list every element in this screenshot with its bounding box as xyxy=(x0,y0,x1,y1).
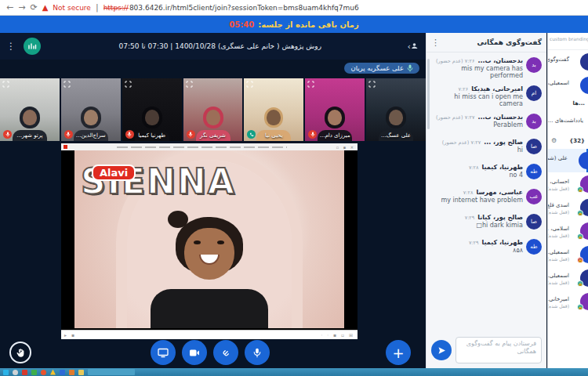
folder-icon[interactable] xyxy=(78,370,84,375)
avatar: صا xyxy=(526,139,542,154)
webcam-tile[interactable]: پرتو شهر... xyxy=(0,78,60,141)
expand-icon[interactable] xyxy=(64,81,71,88)
webcam-tile[interactable]: میرزای دام... xyxy=(305,78,365,141)
chat-message-list[interactable]: بد بدحسنان، ب...۷:۲۶ (عدم حضور) mis my c… xyxy=(426,52,546,332)
actions-plus-button[interactable]: + xyxy=(386,340,411,365)
audio-join-button[interactable] xyxy=(213,340,238,365)
windows-taskbar[interactable] xyxy=(0,368,588,376)
webcam-tile[interactable]: سراج‌الدین... xyxy=(61,78,121,141)
user-item[interactable]: 🔒 امیرخانی... (قفل شده) xyxy=(548,290,588,313)
taskbar-app-icon[interactable] xyxy=(41,370,46,375)
active-speaker-name: علی عسگریه پریان xyxy=(350,64,404,72)
participant-name: علی عسگ... xyxy=(381,132,411,139)
chat-message: صا صالح پور، کیانا۷:۲۹ □hi dark kimia xyxy=(428,214,543,233)
users-section-header: ⚙ {32} xyxy=(548,135,588,149)
media-controls xyxy=(151,340,270,365)
expand-icon[interactable] xyxy=(2,81,9,88)
avatar: بد xyxy=(526,114,542,129)
chat-message: ام امیرخانی، هیدیکا۷:۲۶ hi miss can i op… xyxy=(428,85,543,107)
browser-address-bar: ← → ⟳ ▲ Not secure | https:// 803.6426.i… xyxy=(0,0,588,16)
message-meta: ۷:۲۶ xyxy=(459,86,469,92)
warning-icon: ▲ xyxy=(42,3,49,12)
gear-icon[interactable]: ⚙ xyxy=(551,137,557,144)
nav-item-private-chat[interactable]: اسمعیلی، نیا xyxy=(548,74,588,97)
participant-name: میرزای دام... xyxy=(320,132,350,139)
webcam-tile[interactable]: شریفی نگر xyxy=(183,78,243,141)
message-meta: ۷:۲۹ xyxy=(465,215,475,221)
avatar: ام xyxy=(526,85,542,101)
active-speaker-pill[interactable]: علی عسگریه پریان xyxy=(344,63,419,74)
user-name: احسانی، .. xyxy=(547,179,569,185)
message-text: no 4 xyxy=(428,172,523,179)
taskbar-app-icon[interactable] xyxy=(60,370,65,375)
taskbar-app-icon[interactable] xyxy=(69,370,74,375)
user-item[interactable]: 🔒 اسلامی، .. (قفل شده) xyxy=(548,219,588,243)
user-item-me[interactable]: علی (شما) xyxy=(548,149,588,172)
send-message-button[interactable] xyxy=(431,340,452,360)
participants-toggle-icon[interactable]: ‹ xyxy=(400,42,426,52)
mic-button[interactable] xyxy=(245,340,270,365)
not-secure-label[interactable]: Not secure xyxy=(53,4,91,12)
mic-icon xyxy=(407,64,413,72)
url-text: 803.6426.ir/html5client/join?sessionToke… xyxy=(129,4,359,12)
media-status-right-icons[interactable]: · · ▪ ▫ ⊞ xyxy=(321,332,354,338)
taskbar-app-icon[interactable] xyxy=(31,370,37,375)
reload-icon[interactable]: ⟳ xyxy=(30,0,37,16)
expand-icon[interactable] xyxy=(246,81,253,88)
chat-message-input[interactable]: فرستادن پیام به گفت‌وگوی همگانی xyxy=(456,337,542,363)
expand-icon[interactable] xyxy=(186,81,193,88)
expand-icon[interactable] xyxy=(125,81,132,88)
user-item[interactable]: 🔒 اسدی قلع.. (قفل شده) xyxy=(548,196,588,219)
message-sender: عباسی، مهرسا xyxy=(476,189,523,196)
webcam-button[interactable] xyxy=(182,340,207,365)
video-frame[interactable]: SIENNA Alavi xyxy=(74,150,344,328)
expand-icon[interactable] xyxy=(307,81,314,88)
url-field[interactable]: https:// 803.6426.ir/html5client/join?se… xyxy=(103,4,359,12)
avatar: عب xyxy=(526,189,542,204)
user-status: (قفل شده) xyxy=(547,186,569,191)
message-meta: ۷:۲۹ xyxy=(469,240,479,246)
active-app-taskbar-button[interactable] xyxy=(88,369,135,375)
webcam-tile[interactable]: یحیی نیا xyxy=(244,78,303,141)
window-controls-icons[interactable]: ▫ ▪ ✕ xyxy=(336,145,355,150)
message-sender: بدحسنان، ب... xyxy=(477,57,523,64)
mic-off-icon xyxy=(3,130,12,139)
media-window-titlebar[interactable]: ▫ ▪ ✕ xyxy=(61,143,358,150)
avatar xyxy=(579,152,588,169)
shared-video-window: ▫ ▪ ✕ SIENNA Alavi ▸ ▪ · · ▪ ▫ ⊞ xyxy=(61,143,358,339)
chat-message: بد بدحسنان، ب...۷:۲۷ (عدم حضور) Perablem xyxy=(428,114,543,132)
expand-icon[interactable] xyxy=(368,81,376,88)
forward-icon[interactable]: → xyxy=(18,0,25,16)
chat-message: طه طهرنیا، کیمیا۷:۲۸ no 4 xyxy=(428,164,543,183)
nav-item-public-chat[interactable]: گفت‌وگوی ه.. xyxy=(548,50,588,74)
user-item[interactable]: 🔒 اسمعیلی.. (قفل شده) xyxy=(548,266,588,290)
screenshare-button[interactable] xyxy=(151,340,176,365)
media-status-bar[interactable]: ▸ ▪ · · ▪ ▫ ⊞ xyxy=(61,330,358,339)
branding-area: custom branding lo xyxy=(548,33,588,50)
back-icon[interactable]: ← xyxy=(6,0,13,16)
nav-item-shared-notes[interactable]: یادداشت‌های ... xyxy=(548,111,588,135)
avatar: طه xyxy=(526,239,542,255)
webcam-tile[interactable]: طهرنیا کیمیا xyxy=(122,78,182,141)
messages-section-header: ...ها xyxy=(548,97,588,111)
raise-hand-button[interactable] xyxy=(9,342,31,363)
media-status-left-icons: ▸ ▪ xyxy=(64,332,76,338)
timer-countdown: 05:40 xyxy=(229,20,254,29)
message-text: my internet have problem xyxy=(428,197,523,204)
chat-options-icon[interactable]: ⋮ xyxy=(431,38,440,48)
search-icon[interactable] xyxy=(13,370,18,375)
webcam-tile-active[interactable]: علی عسگ... xyxy=(366,78,426,141)
mic-off-icon xyxy=(125,130,134,139)
nav-item-label: گفت‌وگوی ه.. xyxy=(547,56,569,63)
start-button-icon[interactable] xyxy=(3,370,9,375)
taskbar-app-icon[interactable] xyxy=(22,370,27,375)
app-logo-icon xyxy=(24,38,41,55)
user-item[interactable]: 🔒 اسمعیلی.. (قفل شده) xyxy=(548,243,588,266)
taskbar-app-icon[interactable] xyxy=(50,370,56,375)
meeting-area: ⋮ روش پژوهش ( خانم علی عسگری) 1400/10/28… xyxy=(0,33,426,368)
user-item[interactable]: 🔒 احسانی، .. (قفل شده) xyxy=(548,172,588,196)
message-sender: صالح پور، ... xyxy=(484,139,523,146)
chat-title: گفت‌وگوی همگانی xyxy=(440,38,542,46)
session-timer-bar: زمان باقی مانده از جلسه: 05:40 xyxy=(0,16,588,33)
header-options-icon[interactable]: ⋮ xyxy=(0,41,22,52)
